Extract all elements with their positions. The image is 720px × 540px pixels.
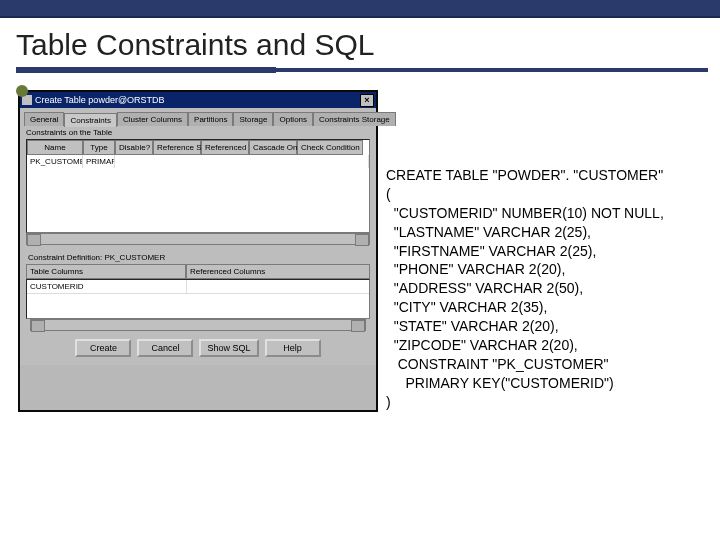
create-table-dialog: Create Table powder@ORSTDB × General Con… [18,90,378,412]
sql-line: "ADDRESS" VARCHAR 2(50), [386,280,583,296]
sql-line: ) [386,394,391,410]
subcol-referenced-columns[interactable]: Referenced Columns [186,264,370,279]
constraint-definition-label: Constraint Definition: PK_CUSTOMER [26,251,370,264]
constraints-grid[interactable]: Name Type Disable? Reference Schema Refe… [26,139,370,233]
grid-blank-area [27,168,369,232]
sql-line: "CITY" VARCHAR 2(35), [386,299,547,315]
cell-type[interactable]: PRIMARY [83,155,115,168]
sql-line: "CUSTOMERID" NUMBER(10) NOT NULL, [386,205,664,221]
sql-line: "PHONE" VARCHAR 2(20), [386,261,565,277]
sql-line: CREATE TABLE "POWDER". "CUSTOMER" [386,167,663,183]
col-check[interactable]: Check Condition [297,140,363,155]
horizontal-scrollbar[interactable] [30,319,366,331]
sql-line: "FIRSTNAME" VARCHAR 2(25), [386,243,596,259]
col-ref-schema[interactable]: Reference Schema [153,140,201,155]
table-row[interactable]: CUSTOMERID [27,280,369,294]
horizontal-scrollbar[interactable] [26,233,370,245]
col-cascade[interactable]: Cascade On Delete [249,140,297,155]
sql-line: ( [386,186,391,202]
subcol-table-columns[interactable]: Table Columns [26,264,186,279]
cell-name[interactable]: PK_CUSTOMER [27,155,83,168]
tab-storage[interactable]: Storage [233,112,273,126]
slide-top-bar [0,0,720,18]
show-sql-button[interactable]: Show SQL [199,339,258,357]
tab-options[interactable]: Options [273,112,313,126]
close-icon[interactable]: × [360,94,374,107]
accent-dot [16,85,28,97]
dialog-titlebar: Create Table powder@ORSTDB × [20,92,376,108]
slide-rule [16,68,708,72]
cell-ref-column[interactable] [187,280,193,293]
sql-line: "ZIPCODE" VARCHAR 2(20), [386,337,578,353]
col-type[interactable]: Type [83,140,115,155]
help-button[interactable]: Help [265,339,321,357]
sql-line: "STATE" VARCHAR 2(20), [386,318,559,334]
col-disable[interactable]: Disable? [115,140,153,155]
sql-line: CONSTRAINT "PK_CUSTOMER" [386,356,609,372]
sql-code-block: CREATE TABLE "POWDER". "CUSTOMER" ( "CUS… [386,90,664,412]
sql-line: PRIMARY KEY("CUSTOMERID") [386,375,614,391]
col-ref-table[interactable]: Referenced Table [201,140,249,155]
dialog-tabs: General Constraints Cluster Columns Part… [22,110,374,126]
cell-table-column[interactable]: CUSTOMERID [27,280,187,293]
col-name[interactable]: Name [27,140,83,155]
tab-general[interactable]: General [24,112,64,126]
tab-constraints-storage[interactable]: Constraints Storage [313,112,396,126]
slide-title: Table Constraints and SQL [0,18,720,68]
cell-empty[interactable] [115,155,369,168]
sql-line: "LASTNAME" VARCHAR 2(25), [386,224,591,240]
tab-partitions[interactable]: Partitions [188,112,233,126]
tab-cluster-columns[interactable]: Cluster Columns [117,112,188,126]
constraints-group-label: Constraints on the Table [22,126,374,139]
definition-grid[interactable]: CUSTOMERID [26,279,370,319]
cancel-button[interactable]: Cancel [137,339,193,357]
dialog-title: Create Table powder@ORSTDB [35,95,165,105]
tab-constraints[interactable]: Constraints [64,113,116,127]
table-row[interactable]: PK_CUSTOMER PRIMARY [27,155,369,168]
create-button[interactable]: Create [75,339,131,357]
